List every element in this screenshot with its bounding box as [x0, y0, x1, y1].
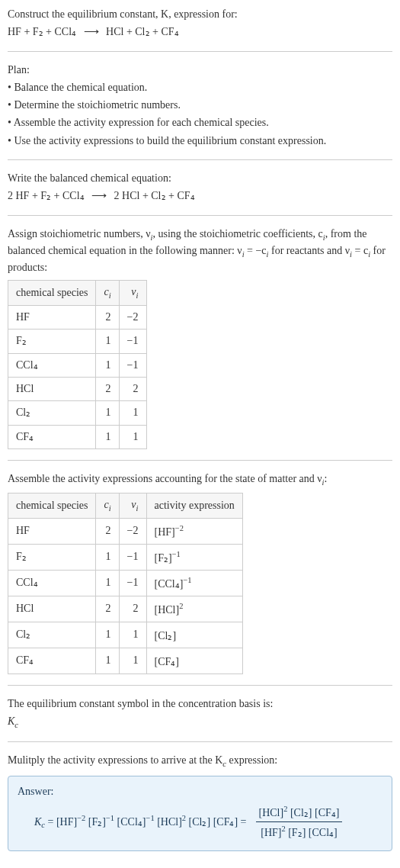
kc-flat-expression: Kc = [HF]−2 [F₂]−1 [CCl₄]−1 [HCl]2 [Cl₂]… — [34, 812, 247, 831]
unbalanced-lhs: HF + F₂ + CCl₄ — [8, 26, 76, 37]
multiply-heading: Mulitply the activity expressions to arr… — [8, 753, 392, 770]
multiply-section: Mulitply the activity expressions to arr… — [8, 753, 392, 851]
kc-symbol-heading: The equilibrium constant symbol in the c… — [8, 696, 392, 712]
divider — [8, 741, 392, 742]
fraction-denominator: [HF]2 [F₂] [CCl₄] — [258, 824, 340, 840]
table-row: HF 2 −2 [HF]−2 — [8, 518, 243, 544]
table-row: F₂ 1 −1 — [8, 330, 147, 353]
table-row: HCl 2 2 [HCl]2 — [8, 596, 243, 622]
kc-symbol: Kc — [8, 714, 392, 731]
balanced-section: Write the balanced chemical equation: 2 … — [8, 171, 392, 204]
divider — [8, 460, 392, 461]
plan-item: • Use the activity expressions to build … — [8, 133, 392, 149]
activity-table: chemical species ci νi activity expressi… — [8, 493, 243, 674]
kc-expression: Kc = [HF]−2 [F₂]−1 [CCl₄]−1 [HCl]2 [Cl₂]… — [18, 804, 382, 840]
activity-section: Assemble the activity expressions accoun… — [8, 471, 392, 674]
prompt-line1: Construct the equilibrium constant, K, e… — [8, 7, 392, 22]
kc-fraction: [HCl]2 [Cl₂] [CF₄] [HF]2 [F₂] [CCl₄] — [256, 804, 343, 840]
balanced-heading: Write the balanced chemical equation: — [8, 171, 392, 186]
divider — [8, 685, 392, 686]
activity-heading: Assemble the activity expressions accoun… — [8, 471, 392, 488]
col-activity: activity expression — [146, 493, 242, 518]
table-row: CCl₄ 1 −1 [CCl₄]−1 — [8, 570, 243, 596]
col-ci: ci — [96, 281, 119, 306]
table-row: Cl₂ 1 1 [Cl₂] — [8, 622, 243, 648]
reaction-arrow-icon: ⟶ — [79, 26, 104, 37]
balanced-rhs: 2 HCl + Cl₂ + CF₄ — [114, 190, 195, 201]
stoich-section: Assign stoichiometric numbers, νi, using… — [8, 227, 392, 449]
reaction-arrow-icon: ⟶ — [87, 190, 111, 201]
plan-item: • Balance the chemical equation. — [8, 80, 392, 95]
prompt-section: Construct the equilibrium constant, K, e… — [8, 7, 392, 40]
stoich-intro: Assign stoichiometric numbers, νi, using… — [8, 227, 392, 275]
col-species: chemical species — [8, 281, 96, 306]
table-row: CCl₄ 1 −1 — [8, 353, 147, 377]
unbalanced-rhs: HCl + Cl₂ + CF₄ — [106, 26, 178, 37]
plan-section: Plan: • Balance the chemical equation. •… — [8, 63, 392, 149]
kc-symbol-section: The equilibrium constant symbol in the c… — [8, 696, 392, 731]
table-row: CF₄ 1 1 [CF₄] — [8, 648, 243, 674]
plan-item: • Determine the stoichiometric numbers. — [8, 98, 392, 113]
col-vi: νi — [119, 493, 146, 518]
table-row: Cl₂ 1 1 — [8, 401, 147, 425]
answer-label: Answer: — [18, 784, 382, 799]
table-header-row: chemical species ci νi — [8, 281, 147, 306]
divider — [8, 159, 392, 160]
table-row: CF₄ 1 1 — [8, 425, 147, 448]
stoich-table: chemical species ci νi HF 2 −2 F₂ 1 −1 C… — [8, 280, 147, 449]
plan-item: • Assemble the activity expression for e… — [8, 115, 392, 130]
fraction-numerator: [HCl]2 [Cl₂] [CF₄] — [256, 804, 343, 820]
balanced-lhs: 2 HF + F₂ + CCl₄ — [8, 190, 85, 201]
table-row: HF 2 −2 — [8, 306, 147, 330]
answer-box: Answer: Kc = [HF]−2 [F₂]−1 [CCl₄]−1 [HCl… — [8, 776, 392, 851]
table-row: F₂ 1 −1 [F₂]−1 — [8, 544, 243, 570]
col-ci: ci — [96, 493, 119, 518]
plan-heading: Plan: — [8, 63, 392, 78]
divider — [8, 215, 392, 216]
table-header-row: chemical species ci νi activity expressi… — [8, 493, 243, 518]
balanced-equation: 2 HF + F₂ + CCl₄ ⟶ 2 HCl + Cl₂ + CF₄ — [8, 188, 392, 204]
table-row: HCl 2 2 — [8, 377, 147, 400]
prompt-equation: HF + F₂ + CCl₄ ⟶ HCl + Cl₂ + CF₄ — [8, 24, 392, 40]
col-vi: νi — [119, 281, 146, 306]
fraction-bar-icon — [256, 821, 343, 822]
col-species: chemical species — [8, 493, 96, 518]
divider — [8, 51, 392, 52]
